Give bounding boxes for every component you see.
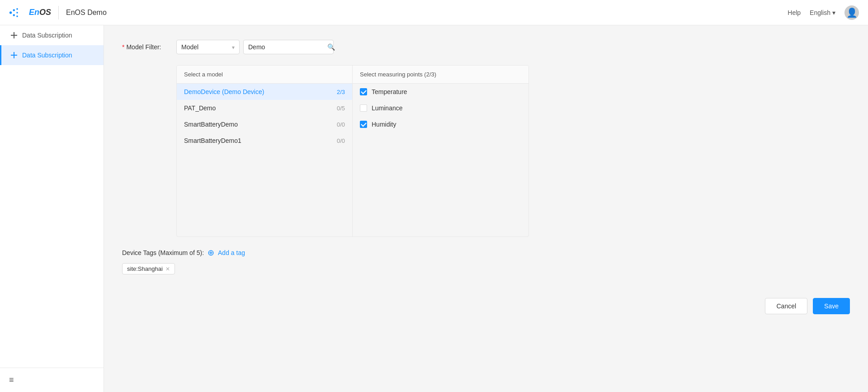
svg-point-4 [16, 12, 18, 14]
logo-icon [9, 5, 25, 21]
add-tag-plus-icon[interactable]: ⊕ [208, 248, 214, 258]
model-search-input[interactable] [248, 43, 327, 51]
user-avatar[interactable]: 👤 [844, 5, 859, 20]
lang-label: English [810, 9, 830, 16]
model-list-item[interactable]: SmartBatteryDemo0/0 [177, 116, 352, 132]
model-filter-row: * Model Filter: Model 🔍 [122, 40, 850, 54]
svg-point-2 [13, 14, 15, 16]
model-name: PAT_Demo [184, 104, 216, 112]
model-list-item[interactable]: PAT_Demo0/5 [177, 100, 352, 116]
model-list-item[interactable]: SmartBatteryDemo10/0 [177, 132, 352, 149]
plus-icon [10, 32, 18, 39]
avatar-icon: 👤 [846, 7, 858, 18]
tags-container: site:Shanghai✕ [122, 263, 850, 274]
selector-container: Select a model DemoDevice (Demo Device)2… [176, 65, 850, 237]
sidebar: Data Subscription Data Subscription ≡ [0, 25, 104, 392]
point-label: Humidity [372, 121, 396, 128]
language-selector[interactable]: English ▾ [810, 9, 835, 16]
app-header: EnOS EnOS Demo Help English ▾ 👤 [0, 0, 868, 25]
model-select-value: Model [181, 43, 198, 51]
model-selector-panel: Select a model DemoDevice (Demo Device)2… [176, 65, 529, 237]
sidebar-top-label: Data Subscription [22, 32, 72, 39]
logo-area: EnOS [9, 5, 51, 21]
points-header: Select measuring points (2/3) [353, 66, 528, 84]
app-title: EnOS Demo [66, 9, 107, 17]
model-search-box[interactable]: 🔍 [243, 40, 334, 54]
header-right: Help English ▾ 👤 [788, 5, 859, 20]
search-icon: 🔍 [327, 43, 335, 51]
logo-text: EnOS [29, 8, 51, 17]
model-list-items: DemoDevice (Demo Device)2/3PAT_Demo0/5Sm… [177, 84, 352, 149]
model-list-panel: Select a model DemoDevice (Demo Device)2… [177, 66, 353, 236]
points-panel: Select measuring points (2/3) Temperatur… [353, 66, 528, 236]
required-star: * [122, 43, 124, 51]
add-tag-button[interactable]: Add a tag [218, 249, 245, 256]
header-divider [58, 6, 59, 19]
sidebar-item-data-subscription-top[interactable]: Data Subscription [0, 25, 104, 45]
chevron-down-icon [232, 43, 235, 51]
cancel-button[interactable]: Cancel [765, 298, 807, 314]
model-filter-label: * Model Filter: [122, 40, 176, 51]
point-item: Temperature [353, 84, 528, 100]
help-link[interactable]: Help [788, 9, 801, 16]
sidebar-active-label: Data Subscription [22, 52, 72, 59]
point-item: Luminance [353, 100, 528, 116]
tag-close-icon[interactable]: ✕ [165, 266, 170, 272]
checkbox-unchecked-icon[interactable] [360, 104, 367, 112]
points-list: TemperatureLuminanceHumidity [353, 84, 528, 132]
point-label: Temperature [372, 88, 407, 95]
model-list-header: Select a model [177, 66, 352, 84]
checkbox-checked-icon[interactable] [360, 88, 367, 95]
device-tags-label: Device Tags (Maximum of 5): [122, 249, 204, 256]
model-count: 0/5 [337, 105, 345, 112]
model-name: DemoDevice (Demo Device) [184, 88, 264, 95]
model-list-item[interactable]: DemoDevice (Demo Device)2/3 [177, 84, 352, 100]
model-count: 0/0 [337, 121, 345, 128]
svg-point-3 [16, 8, 18, 10]
checkbox-checked-icon[interactable] [360, 121, 367, 128]
model-type-select[interactable]: Model [176, 40, 240, 54]
svg-point-0 [9, 11, 12, 14]
plus-icon-active [10, 52, 18, 59]
svg-point-5 [16, 15, 18, 17]
point-item: Humidity [353, 116, 528, 132]
chevron-down-icon: ▾ [832, 9, 835, 16]
device-tags-row: Device Tags (Maximum of 5): ⊕ Add a tag [122, 248, 850, 258]
model-filter-text: Model Filter: [126, 43, 161, 51]
model-filter-inputs: Model 🔍 [176, 40, 334, 54]
hamburger-icon[interactable]: ≡ [9, 375, 14, 384]
tags-list: site:Shanghai✕ [122, 263, 850, 274]
save-button[interactable]: Save [813, 298, 850, 314]
svg-point-1 [13, 9, 15, 11]
content-area: * Model Filter: Model 🔍 Select a model [104, 25, 868, 392]
tag-item: site:Shanghai✕ [122, 263, 175, 274]
point-label: Luminance [372, 104, 403, 112]
main-layout: Data Subscription Data Subscription ≡ * … [0, 25, 868, 392]
form-footer: Cancel Save [122, 289, 850, 314]
tag-value: site:Shanghai [127, 265, 163, 272]
device-tags-section: Device Tags (Maximum of 5): ⊕ Add a tag … [122, 248, 850, 274]
model-count: 2/3 [337, 89, 345, 95]
sidebar-item-data-subscription-active[interactable]: Data Subscription [0, 45, 104, 65]
model-name: SmartBatteryDemo [184, 121, 238, 128]
model-name: SmartBatteryDemo1 [184, 137, 241, 144]
sidebar-bottom: ≡ [0, 368, 104, 392]
model-count: 0/0 [337, 137, 345, 144]
